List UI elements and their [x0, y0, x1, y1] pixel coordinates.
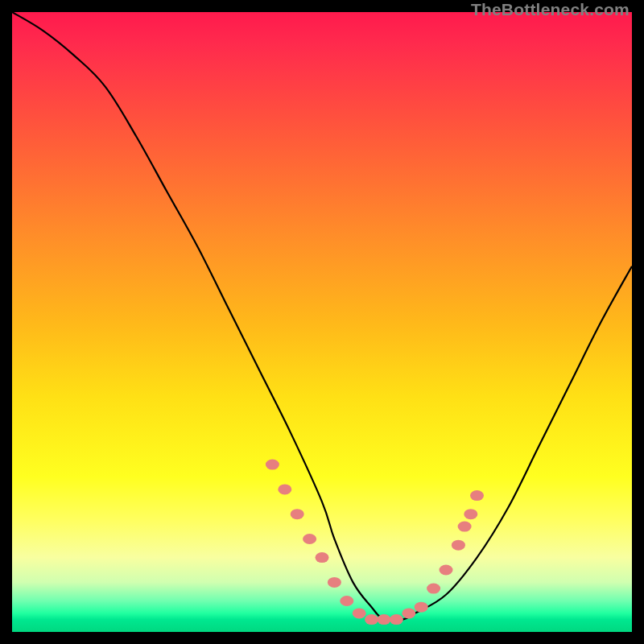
- highlight-marker: [365, 614, 378, 625]
- highlight-marker: [390, 614, 403, 625]
- highlight-marker: [328, 577, 341, 588]
- highlight-marker: [464, 509, 477, 519]
- highlight-marker: [353, 608, 366, 618]
- highlight-marker: [378, 614, 391, 625]
- highlight-marker: [291, 509, 304, 519]
- highlight-marker: [427, 584, 440, 594]
- highlight-marker: [402, 608, 415, 618]
- highlight-marker: [278, 484, 291, 494]
- highlight-marker: [440, 565, 453, 576]
- highlight-marker: [266, 460, 279, 470]
- highlight-marker: [458, 522, 472, 532]
- highlight-marker: [303, 534, 316, 544]
- plot-area: [12, 12, 632, 632]
- marker-group: [266, 460, 484, 625]
- watermark-text: TheBottleneck.com: [471, 0, 630, 19]
- highlight-markers: [12, 12, 632, 632]
- highlight-marker: [452, 540, 465, 551]
- highlight-marker: [340, 596, 353, 606]
- highlight-marker: [316, 552, 329, 563]
- chart-frame: TheBottleneck.com: [0, 0, 644, 644]
- highlight-marker: [470, 490, 484, 501]
- highlight-marker: [415, 602, 428, 613]
